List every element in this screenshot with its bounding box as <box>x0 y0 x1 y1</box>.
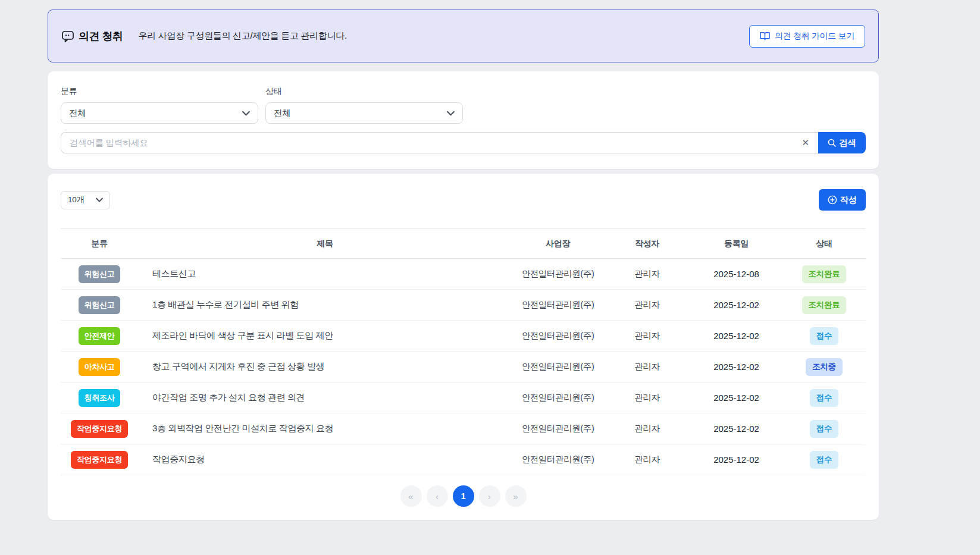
row-status-cell: 조치완료 <box>782 296 866 314</box>
first-page-button[interactable]: « <box>400 485 422 507</box>
row-category-cell: 위험신고 <box>61 265 138 283</box>
row-status-cell: 접수 <box>782 420 866 438</box>
row-author: 관리자 <box>604 361 690 372</box>
category-badge: 작업중지요청 <box>71 420 128 438</box>
row-title[interactable]: 창고 구역에서 지게차 후진 중 근접 상황 발생 <box>138 361 512 372</box>
create-button[interactable]: 작성 <box>819 189 866 211</box>
column-header-status: 상태 <box>782 239 866 249</box>
row-site: 안전일터관리원(주) <box>512 330 604 341</box>
speech-bubble-icon <box>61 30 74 43</box>
row-title[interactable]: 3층 외벽작업 안전난간 미설치로 작업중지 요청 <box>138 423 512 434</box>
search-row: ✕ 검색 <box>61 132 866 153</box>
page-button-1[interactable]: 1 <box>453 485 474 507</box>
category-badge: 위험신고 <box>79 265 121 283</box>
table-row[interactable]: 아차사고 창고 구역에서 지게차 후진 중 근접 상황 발생 안전일터관리원(주… <box>61 352 866 382</box>
row-date: 2025-12-02 <box>690 424 782 434</box>
row-title[interactable]: 1층 배관실 누수로 전기설비 주변 위험 <box>138 299 512 311</box>
search-button-label: 검색 <box>839 137 856 149</box>
search-button[interactable]: 검색 <box>818 132 866 153</box>
row-site: 안전일터관리원(주) <box>512 361 604 372</box>
next-page-button[interactable]: › <box>479 485 500 507</box>
row-category-cell: 아차사고 <box>61 358 138 376</box>
category-badge: 위험신고 <box>79 296 121 314</box>
column-header-date: 등록일 <box>690 239 782 249</box>
category-select-value: 전체 <box>69 108 86 119</box>
guide-button[interactable]: 의견 청취 가이드 보기 <box>749 25 865 48</box>
row-category-cell: 작업중지요청 <box>61 451 138 469</box>
row-date: 2025-12-08 <box>690 269 782 279</box>
book-icon <box>760 32 770 40</box>
category-badge: 청취조사 <box>79 389 121 407</box>
column-header-title: 제목 <box>138 239 512 249</box>
table-row[interactable]: 청취조사 야간작업 조명 추가 설치 요청 관련 의견 안전일터관리원(주) 관… <box>61 382 866 413</box>
row-date: 2025-12-02 <box>690 331 782 341</box>
status-filter-label: 상태 <box>265 86 463 97</box>
chevron-down-icon <box>447 111 455 116</box>
table-row[interactable]: 위험신고 테스트신고 안전일터관리원(주) 관리자 2025-12-08 조치완… <box>61 259 866 290</box>
column-header-category: 분류 <box>61 239 138 249</box>
search-input[interactable] <box>61 138 793 148</box>
page-description: 우리 사업장 구성원들의 신고/제안을 듣고 관리합니다. <box>139 30 347 42</box>
category-select[interactable]: 전체 <box>61 102 258 124</box>
filter-row: 분류 전체 상태 전체 <box>61 86 866 124</box>
status-filter-group: 상태 전체 <box>265 86 463 124</box>
row-category-cell: 청취조사 <box>61 389 138 407</box>
create-button-label: 작성 <box>840 195 857 206</box>
column-header-site: 사업장 <box>512 239 604 249</box>
row-site: 안전일터관리원(주) <box>512 392 604 403</box>
chevron-down-icon <box>242 111 250 116</box>
column-header-author: 작성자 <box>604 239 690 249</box>
status-badge: 접수 <box>810 327 838 345</box>
table-row[interactable]: 안전제안 제조라인 바닥에 색상 구분 표시 라벨 도입 제안 안전일터관리원(… <box>61 321 866 352</box>
opinions-table: 분류 제목 사업장 작성자 등록일 상태 위험신고 테스트신고 안전일터관리원(… <box>61 228 866 475</box>
row-site: 안전일터관리원(주) <box>512 423 604 434</box>
status-badge: 접수 <box>810 420 838 438</box>
status-badge: 조치완료 <box>802 265 847 283</box>
status-select-value: 전체 <box>274 108 290 119</box>
row-author: 관리자 <box>604 330 690 341</box>
row-title[interactable]: 작업중지요청 <box>138 454 512 465</box>
row-date: 2025-12-02 <box>690 362 782 372</box>
row-status-cell: 접수 <box>782 327 866 345</box>
status-badge: 접수 <box>810 451 838 469</box>
row-title[interactable]: 테스트신고 <box>138 268 512 280</box>
row-title[interactable]: 야간작업 조명 추가 설치 요청 관련 의견 <box>138 392 512 403</box>
table-row[interactable]: 위험신고 1층 배관실 누수로 전기설비 주변 위험 안전일터관리원(주) 관리… <box>61 290 866 321</box>
row-category-cell: 안전제안 <box>61 327 138 345</box>
row-date: 2025-12-02 <box>690 393 782 403</box>
opinion-listening-page: 의견 청취 우리 사업장 구성원들의 신고/제안을 듣고 관리합니다. 의견 청… <box>48 0 879 520</box>
row-author: 관리자 <box>604 392 690 403</box>
row-title[interactable]: 제조라인 바닥에 색상 구분 표시 라벨 도입 제안 <box>138 330 512 341</box>
page-title: 의견 청취 <box>79 29 123 43</box>
row-status-cell: 접수 <box>782 389 866 407</box>
status-badge: 조치중 <box>806 358 843 376</box>
banner: 의견 청취 우리 사업장 구성원들의 신고/제안을 듣고 관리합니다. 의견 청… <box>48 10 879 62</box>
search-icon <box>828 139 836 147</box>
category-badge: 아차사고 <box>79 358 121 376</box>
plus-circle-icon <box>828 195 837 205</box>
last-page-button[interactable]: » <box>505 485 527 507</box>
clear-search-button[interactable]: ✕ <box>793 137 818 148</box>
row-author: 관리자 <box>604 299 690 311</box>
page-size-value: 10개 <box>68 195 84 205</box>
prev-page-button[interactable]: ‹ <box>427 485 448 507</box>
table-row[interactable]: 작업중지요청 작업중지요청 안전일터관리원(주) 관리자 2025-12-02 … <box>61 444 866 475</box>
guide-button-label: 의견 청취 가이드 보기 <box>775 31 854 42</box>
page-size-select[interactable]: 10개 <box>61 191 110 209</box>
category-filter-group: 분류 전체 <box>61 86 258 124</box>
category-badge: 작업중지요청 <box>71 451 128 469</box>
status-badge: 접수 <box>810 389 838 407</box>
banner-left: 의견 청취 우리 사업장 구성원들의 신고/제안을 듣고 관리합니다. <box>61 29 347 43</box>
category-badge: 안전제안 <box>79 327 121 345</box>
row-site: 안전일터관리원(주) <box>512 454 604 465</box>
row-site: 안전일터관리원(주) <box>512 268 604 280</box>
row-date: 2025-12-02 <box>690 300 782 310</box>
table-header-row: 분류 제목 사업장 작성자 등록일 상태 <box>61 228 866 259</box>
list-toolbar: 10개 작성 <box>61 189 866 211</box>
row-status-cell: 조치완료 <box>782 265 866 283</box>
row-category-cell: 작업중지요청 <box>61 420 138 438</box>
status-select[interactable]: 전체 <box>265 102 463 124</box>
search-input-wrap: ✕ <box>61 132 818 153</box>
table-row[interactable]: 작업중지요청 3층 외벽작업 안전난간 미설치로 작업중지 요청 안전일터관리원… <box>61 413 866 444</box>
category-filter-label: 분류 <box>61 86 258 97</box>
